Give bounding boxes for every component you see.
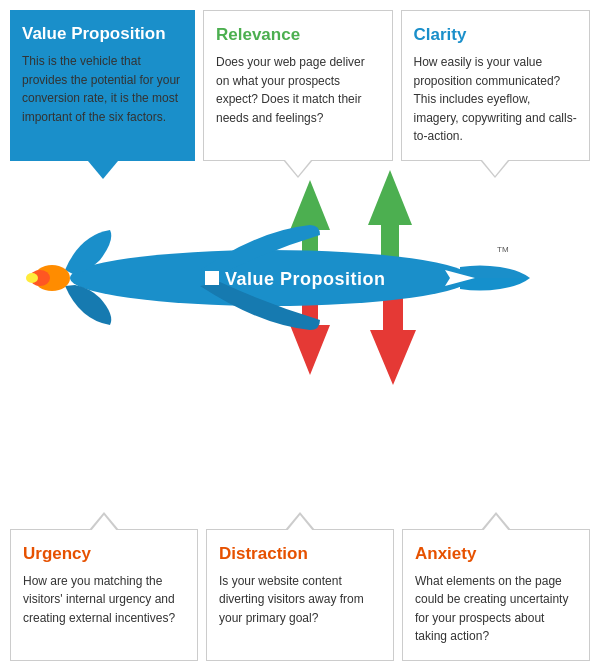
distraction-card: Distraction Is your website content dive…	[206, 529, 394, 661]
svg-marker-3	[370, 295, 416, 385]
anxiety-card: Anxiety What elements on the page could …	[402, 529, 590, 661]
clarity-card: Clarity How easily is your value proposi…	[401, 10, 591, 161]
svg-marker-1	[368, 170, 412, 260]
urgency-card: Urgency How are you matching the visitor…	[10, 529, 198, 661]
vp-title: Value Proposition	[22, 24, 183, 44]
distraction-body: Is your website content diverting visito…	[219, 572, 381, 628]
value-proposition-card: Value Proposition This is the vehicle th…	[10, 10, 195, 161]
relevance-body: Does your web page deliver on what your …	[216, 53, 380, 127]
vp-body: This is the vehicle that provides the po…	[22, 52, 183, 126]
airplane-illustration: Value Proposition TM	[0, 170, 600, 390]
distraction-title: Distraction	[219, 544, 381, 564]
svg-text:Value Proposition: Value Proposition	[225, 269, 386, 289]
relevance-card: Relevance Does your web page deliver on …	[203, 10, 393, 161]
clarity-title: Clarity	[414, 25, 578, 45]
top-row: Value Proposition This is the vehicle th…	[10, 10, 590, 161]
clarity-body: How easily is your value proposition com…	[414, 53, 578, 146]
svg-rect-9	[205, 271, 219, 285]
urgency-body: How are you matching the visitors' inter…	[23, 572, 185, 628]
anxiety-body: What elements on the page could be creat…	[415, 572, 577, 646]
anxiety-title: Anxiety	[415, 544, 577, 564]
svg-point-7	[26, 273, 38, 283]
main-container: Value Proposition This is the vehicle th…	[0, 0, 600, 671]
svg-text:TM: TM	[497, 245, 509, 254]
bottom-row: Urgency How are you matching the visitor…	[10, 529, 590, 661]
relevance-title: Relevance	[216, 25, 380, 45]
urgency-title: Urgency	[23, 544, 185, 564]
